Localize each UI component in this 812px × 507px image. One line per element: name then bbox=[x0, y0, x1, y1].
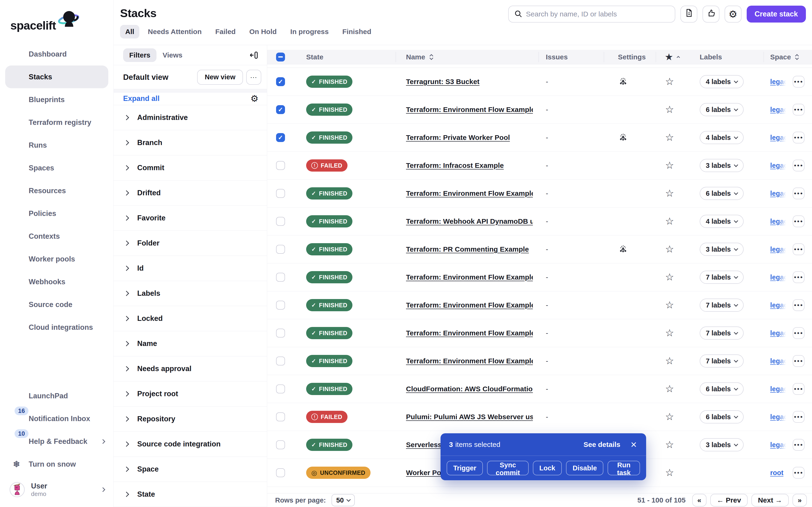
favorite-star-icon[interactable]: ☆ bbox=[665, 161, 674, 170]
row-menu-button[interactable]: ●●● bbox=[793, 439, 805, 451]
sidebar-item-notification-inbox[interactable]: 16 Notification Inbox bbox=[0, 407, 113, 430]
row-checkbox[interactable]: ✓ bbox=[276, 133, 285, 142]
sidebar-item-stacks[interactable]: Stacks bbox=[5, 65, 108, 88]
space-link[interactable]: legacy bbox=[770, 245, 786, 253]
rows-per-page-select[interactable]: 50 bbox=[332, 494, 355, 506]
row-menu-button[interactable]: ●●● bbox=[793, 187, 805, 199]
stack-name-link[interactable]: Terraform: Webhook API DynamoDB us-eas..… bbox=[406, 217, 533, 225]
space-link[interactable]: legacy bbox=[770, 441, 786, 449]
labels-dropdown[interactable]: 7 labels bbox=[700, 271, 744, 284]
favorite-star-icon[interactable]: ☆ bbox=[665, 133, 674, 143]
feedback-button[interactable] bbox=[703, 6, 719, 22]
row-checkbox[interactable] bbox=[276, 161, 285, 170]
stack-name-link[interactable]: Pulumi: Pulumi AWS JS Webserver us-east-… bbox=[406, 413, 533, 421]
space-link[interactable]: legacy bbox=[770, 357, 786, 365]
filter-category-source-code-integration[interactable]: Source code integration bbox=[114, 432, 267, 457]
stack-name-link[interactable]: Terraform: Environment Flow Example: Dev… bbox=[406, 106, 533, 114]
column-header-space[interactable]: Space bbox=[764, 50, 812, 64]
search-input[interactable] bbox=[526, 10, 670, 18]
row-menu-button[interactable]: ●●● bbox=[793, 411, 805, 423]
stack-name-link[interactable]: Terragrunt: S3 Bucket bbox=[406, 78, 479, 86]
sidebar-item-source-code[interactable]: Source code bbox=[0, 293, 113, 316]
tab-needs-attention[interactable]: Needs Attention bbox=[143, 25, 207, 39]
row-checkbox[interactable]: ✓ bbox=[276, 77, 285, 86]
labels-dropdown[interactable]: 7 labels bbox=[700, 354, 744, 368]
row-checkbox[interactable] bbox=[276, 245, 285, 254]
favorite-star-icon[interactable]: ☆ bbox=[665, 105, 674, 115]
tab-filters[interactable]: Filters bbox=[123, 48, 156, 62]
row-menu-button[interactable]: ●●● bbox=[793, 299, 805, 311]
tab-all[interactable]: All bbox=[120, 25, 139, 39]
row-checkbox[interactable] bbox=[276, 356, 285, 365]
sidebar-item-spaces[interactable]: Spaces bbox=[0, 157, 113, 179]
space-link[interactable]: legacy bbox=[770, 106, 786, 114]
row-menu-button[interactable]: ●●● bbox=[793, 216, 805, 227]
stack-name-link[interactable]: Terraform: Environment Flow Example: Sta… bbox=[406, 273, 533, 281]
run-task-button[interactable]: Run task bbox=[608, 461, 640, 475]
filter-category-repository[interactable]: Repository bbox=[114, 406, 267, 432]
row-menu-button[interactable]: ●●● bbox=[793, 327, 805, 339]
labels-dropdown[interactable]: 3 labels bbox=[700, 159, 744, 172]
row-checkbox[interactable]: ✓ bbox=[276, 105, 285, 114]
space-link[interactable]: legacy bbox=[770, 274, 786, 281]
filter-category-branch[interactable]: Branch bbox=[114, 130, 267, 155]
row-checkbox[interactable] bbox=[276, 189, 285, 198]
row-checkbox[interactable] bbox=[276, 273, 285, 282]
tab-views[interactable]: Views bbox=[156, 48, 189, 62]
labels-dropdown[interactable]: 7 labels bbox=[700, 327, 744, 340]
sidebar-item-webhooks[interactable]: Webhooks bbox=[0, 270, 113, 293]
view-more-button[interactable]: ... bbox=[246, 70, 261, 85]
tab-on-hold[interactable]: On Hold bbox=[244, 25, 282, 39]
sidebar-item-turn-on-snow[interactable]: ❄ Turn on snow bbox=[0, 453, 113, 475]
space-link[interactable]: legacy bbox=[770, 162, 786, 169]
favorite-star-icon[interactable]: ☆ bbox=[665, 216, 674, 226]
filter-category-state[interactable]: State bbox=[114, 482, 267, 507]
filter-category-drifted[interactable]: Drifted bbox=[114, 180, 267, 206]
row-menu-button[interactable]: ●●● bbox=[793, 243, 805, 255]
row-menu-button[interactable]: ●●● bbox=[793, 383, 805, 395]
row-menu-button[interactable]: ●●● bbox=[793, 271, 805, 283]
sidebar-item-runs[interactable]: Runs bbox=[0, 134, 113, 157]
labels-dropdown[interactable]: 4 labels bbox=[700, 75, 744, 88]
favorite-star-icon[interactable]: ☆ bbox=[665, 188, 674, 199]
sidebar-item-resources[interactable]: Resources bbox=[0, 179, 113, 202]
stack-name-link[interactable]: Terraform: Environment Flow Example: Sta… bbox=[406, 301, 533, 309]
filter-category-space[interactable]: Space bbox=[114, 457, 267, 482]
sidebar-item-launchpad[interactable]: LaunchPad bbox=[0, 385, 113, 407]
sidebar-item-policies[interactable]: Policies bbox=[0, 202, 113, 225]
stack-name-link[interactable]: Terraform: Private Worker Pool bbox=[406, 133, 510, 142]
space-link[interactable]: legacy bbox=[770, 78, 786, 86]
next-page-button[interactable]: Next → bbox=[751, 494, 789, 507]
row-menu-button[interactable]: ●●● bbox=[793, 160, 805, 171]
labels-dropdown[interactable]: 6 labels bbox=[700, 410, 744, 424]
favorite-star-icon[interactable]: ☆ bbox=[665, 77, 674, 87]
settings-button[interactable]: ⚙ bbox=[725, 6, 742, 22]
sync-commit-button[interactable]: Sync commit bbox=[487, 461, 528, 475]
sidebar-item-contexts[interactable]: Contexts bbox=[0, 225, 113, 247]
favorite-star-icon[interactable]: ☆ bbox=[665, 300, 674, 310]
favorite-star-icon[interactable]: ☆ bbox=[665, 272, 674, 282]
filter-category-name[interactable]: Name bbox=[114, 331, 267, 356]
trigger-button[interactable]: Trigger bbox=[447, 461, 483, 475]
space-link[interactable]: legacy bbox=[770, 329, 786, 337]
row-checkbox[interactable] bbox=[276, 301, 285, 309]
space-link[interactable]: legacy bbox=[770, 413, 786, 421]
user-menu[interactable]: User demo bbox=[0, 475, 113, 504]
tab-in-progress[interactable]: In progress bbox=[285, 25, 334, 39]
create-stack-button[interactable]: Create stack bbox=[747, 6, 806, 22]
row-menu-button[interactable]: ●●● bbox=[793, 355, 805, 367]
favorite-star-icon[interactable]: ☆ bbox=[665, 356, 674, 366]
favorite-star-icon[interactable]: ☆ bbox=[665, 468, 674, 477]
column-header-name[interactable]: Name bbox=[396, 50, 539, 64]
stack-name-link[interactable]: Terraform: Infracost Example bbox=[406, 162, 504, 169]
column-header-favorite[interactable]: ★ bbox=[656, 50, 681, 64]
documentation-button[interactable] bbox=[680, 6, 697, 22]
space-link[interactable]: legacy bbox=[770, 218, 786, 225]
labels-dropdown[interactable]: 4 labels bbox=[700, 131, 744, 144]
labels-dropdown[interactable]: 6 labels bbox=[700, 382, 744, 396]
labels-dropdown[interactable]: 3 labels bbox=[700, 243, 744, 256]
sidebar-item-cloud-integrations[interactable]: Cloud integrations bbox=[0, 316, 113, 339]
close-icon[interactable]: × bbox=[630, 439, 637, 450]
spacelift-logo[interactable]: spacelift bbox=[10, 9, 113, 33]
row-menu-button[interactable]: ●●● bbox=[793, 76, 805, 88]
